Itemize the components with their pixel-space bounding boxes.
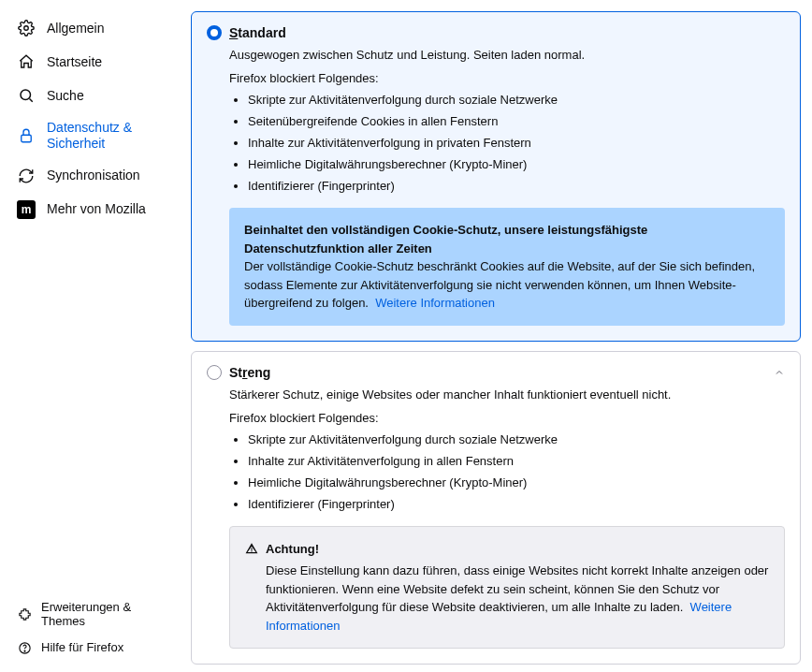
panel-title-strict: Streng — [229, 365, 270, 380]
standard-callout: Beinhaltet den vollständigen Cookie-Schu… — [229, 208, 785, 326]
sidebar-item-label: Hilfe für Firefox — [41, 640, 123, 655]
sidebar-item-privacy[interactable]: Datenschutz & Sicherheit — [7, 112, 180, 159]
svg-point-0 — [24, 26, 29, 31]
sidebar-item-help[interactable]: Hilfe für Firefox — [7, 635, 180, 661]
settings-sidebar: Allgemein Startseite Suche Datenschutz &… — [0, 0, 187, 672]
standard-description: Ausgewogen zwischen Schutz und Leistung.… — [229, 48, 785, 62]
search-icon — [17, 86, 36, 105]
strict-blocks-label: Firefox blockiert Folgendes: — [229, 411, 785, 425]
list-item: Identifizierer (Fingerprinter) — [248, 497, 785, 511]
sidebar-item-sync[interactable]: Synchronisation — [7, 159, 180, 193]
mozilla-icon: m — [17, 200, 36, 219]
protection-panel-strict[interactable]: Streng Stärkerer Schutz, einige Websites… — [191, 351, 801, 665]
sidebar-item-label: Datenschutz & Sicherheit — [47, 120, 170, 152]
list-item: Inhalte zur Aktivitätenverfolgung in all… — [248, 454, 785, 468]
callout-title: Beinhaltet den vollständigen Cookie-Schu… — [244, 221, 770, 257]
sidebar-item-search[interactable]: Suche — [7, 79, 180, 112]
list-item: Inhalte zur Aktivitätenverfolgung in pri… — [248, 136, 785, 150]
help-icon — [17, 640, 32, 655]
sidebar-item-label: Suche — [47, 88, 84, 104]
warning-icon — [245, 542, 258, 555]
callout-text: Der vollständige Cookie-Schutz beschränk… — [244, 259, 755, 310]
sidebar-item-more-mozilla[interactable]: m Mehr von Mozilla — [7, 193, 180, 226]
sidebar-item-home[interactable]: Startseite — [7, 45, 180, 79]
sidebar-item-label: Allgemein — [47, 21, 104, 37]
strict-warning-callout: Achtung! Diese Einstellung kann dazu füh… — [229, 526, 785, 650]
list-item: Heimliche Digitalwährungsberechner (Kryp… — [248, 157, 785, 171]
list-item: Identifizierer (Fingerprinter) — [248, 179, 785, 193]
radio-standard[interactable] — [207, 25, 222, 40]
puzzle-icon — [17, 606, 32, 621]
radio-strict[interactable] — [207, 365, 222, 380]
settings-content: Standard Ausgewogen zwischen Schutz und … — [187, 0, 812, 672]
lock-icon — [17, 126, 36, 145]
standard-block-list: Skripte zur Aktivitätenverfolgung durch … — [229, 93, 785, 193]
sidebar-item-label: Erweiterungen & Themes — [41, 600, 170, 629]
strict-block-list: Skripte zur Aktivitätenverfolgung durch … — [229, 432, 785, 511]
protection-panel-standard[interactable]: Standard Ausgewogen zwischen Schutz und … — [191, 11, 801, 342]
svg-point-1 — [21, 90, 31, 100]
sync-icon — [17, 167, 36, 185]
callout-title: Achtung! — [266, 540, 319, 559]
list-item: Skripte zur Aktivitätenverfolgung durch … — [248, 432, 785, 446]
list-item: Skripte zur Aktivitätenverfolgung durch … — [248, 93, 785, 107]
standard-blocks-label: Firefox blockiert Folgendes: — [229, 71, 785, 85]
panel-title-standard: Standard — [229, 25, 286, 40]
svg-rect-2 — [22, 135, 32, 142]
sidebar-item-label: Mehr von Mozilla — [47, 201, 146, 217]
sidebar-item-addons[interactable]: Erweiterungen & Themes — [7, 594, 180, 635]
sidebar-item-general[interactable]: Allgemein — [7, 11, 180, 45]
sidebar-item-label: Synchronisation — [47, 168, 140, 183]
learn-more-link[interactable]: Weitere Informationen — [375, 296, 495, 310]
gear-icon — [17, 19, 36, 37]
list-item: Heimliche Digitalwährungsberechner (Kryp… — [248, 475, 785, 489]
list-item: Seitenübergreifende Cookies in allen Fen… — [248, 114, 785, 128]
svg-point-4 — [24, 650, 25, 651]
chevron-up-icon[interactable] — [774, 367, 785, 378]
home-icon — [17, 52, 36, 71]
strict-description: Stärkerer Schutz, einige Websites oder m… — [229, 387, 785, 402]
sidebar-item-label: Startseite — [47, 54, 102, 70]
